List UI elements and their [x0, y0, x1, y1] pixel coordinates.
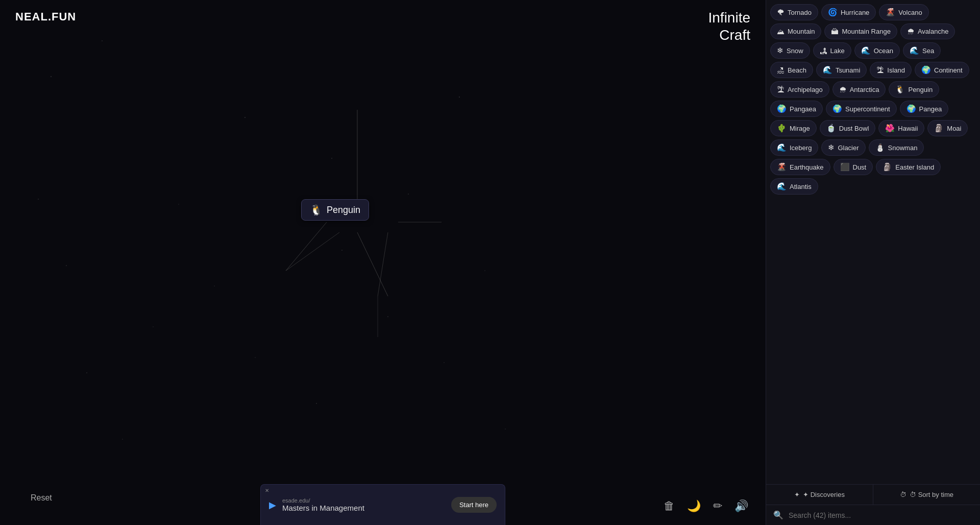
chip-emoji: 🌋	[886, 8, 895, 17]
chip-emoji: 🌍	[777, 104, 787, 113]
chip-emoji: ⬛	[840, 162, 850, 172]
chip-label: Earthquake	[790, 163, 824, 171]
search-input[interactable]	[789, 511, 973, 519]
chip-label: Iceberg	[790, 144, 812, 152]
item-chip[interactable]: 🌨Avalanche	[900, 23, 955, 39]
chip-label: Archipelago	[788, 86, 823, 93]
chip-emoji: 🌨	[839, 85, 847, 94]
discoveries-label: ✦ Discoveries	[803, 491, 845, 498]
item-chip[interactable]: 🌊Iceberg	[770, 139, 818, 156]
chip-label: Lake	[830, 47, 845, 55]
item-chip[interactable]: ❄Snow	[770, 42, 810, 59]
volume-button[interactable]: 🔊	[732, 497, 750, 515]
chip-label: Continent	[934, 66, 963, 74]
chip-emoji: 🌊	[910, 46, 919, 55]
chip-emoji: 🌊	[777, 143, 787, 152]
item-chip[interactable]: 🌵Mirage	[770, 120, 817, 136]
item-chip[interactable]: ⬛Dust	[834, 159, 873, 175]
chip-emoji: ⛰	[777, 27, 785, 36]
chip-emoji: 🌍	[921, 65, 931, 75]
chip-label: Antarctica	[850, 86, 879, 93]
reset-button[interactable]: Reset	[31, 493, 52, 503]
sidebar-actions: ✦ ✦ Discoveries ⏱ ⏱ Sort by time	[766, 485, 980, 505]
chip-emoji: 🌍	[832, 104, 842, 113]
item-chip[interactable]: 🏝Archipelago	[770, 81, 829, 98]
svg-line-3	[357, 232, 388, 296]
discoveries-button[interactable]: ✦ ✦ Discoveries	[766, 485, 873, 505]
item-chip[interactable]: 🌺Hawaii	[878, 120, 924, 136]
item-chip[interactable]: 🏖Beach	[770, 62, 813, 78]
chip-label: Penguin	[908, 86, 933, 93]
item-chip[interactable]: ⛰Mountain	[770, 23, 821, 39]
svg-line-5	[286, 232, 339, 271]
search-bar: 🔍	[766, 505, 980, 525]
chip-emoji: 🌺	[885, 124, 895, 133]
item-chip[interactable]: 🏞Lake	[813, 42, 851, 59]
discoveries-icon: ✦	[794, 491, 800, 498]
item-chip[interactable]: 🌍Supercontinent	[826, 101, 896, 117]
chip-emoji: 🌪	[777, 8, 785, 17]
chip-label: Mountain Range	[842, 28, 890, 35]
chip-emoji: 🏝	[876, 66, 884, 75]
ad-close[interactable]: ✕	[265, 488, 269, 493]
item-chip[interactable]: ❄Glacier	[821, 139, 865, 156]
item-chip[interactable]: 🌀Hurricane	[821, 4, 876, 20]
chip-label: Glacier	[838, 144, 859, 152]
sort-button[interactable]: ⏱ ⏱ Sort by time	[873, 485, 980, 505]
chip-label: Beach	[788, 66, 806, 74]
search-icon: 🔍	[773, 510, 783, 520]
penguin-emoji: 🐧	[310, 204, 323, 216]
sidebar: 🌪Tornado🌀Hurricane🌋Volcano⛰Mountain🏔Moun…	[766, 0, 980, 525]
item-chip[interactable]: 🌨Antarctica	[832, 81, 886, 98]
game-title: Infinite Craft	[708, 9, 751, 43]
trash-button[interactable]: 🗑	[662, 497, 677, 515]
chip-label: Pangaea	[790, 105, 816, 113]
item-chip[interactable]: 🌍Continent	[915, 62, 969, 78]
ad-cta-button[interactable]: Start here	[451, 497, 497, 513]
chip-label: Atlantis	[790, 183, 812, 190]
chip-label: Pangea	[919, 105, 942, 113]
chip-label: Avalanche	[918, 28, 948, 35]
chip-emoji: 🌀	[828, 8, 838, 17]
connections-svg	[0, 0, 766, 525]
item-chip[interactable]: 🌍Pangaea	[770, 101, 823, 117]
item-chip[interactable]: 🌊Atlantis	[770, 178, 818, 195]
item-chip[interactable]: 🌋Earthquake	[770, 159, 830, 175]
item-chip[interactable]: ⛄Snowman	[869, 139, 924, 156]
penguin-element[interactable]: 🐧 Penguin	[301, 199, 369, 221]
canvas-area[interactable]: NEAL.FUN Infinite Craft 🐧 Penguin ✕ ▶ es…	[0, 0, 766, 525]
chip-label: Volcano	[898, 9, 922, 16]
item-chip[interactable]: 🍵Dust Bowl	[820, 120, 876, 136]
item-chip[interactable]: 🗿Easter Island	[876, 159, 941, 175]
chip-label: Snow	[787, 47, 803, 55]
item-chip[interactable]: 🌍Pangea	[900, 101, 949, 117]
moon-button[interactable]: 🌙	[685, 497, 703, 515]
chip-label: Sea	[922, 47, 934, 55]
chip-label: Island	[887, 66, 905, 74]
item-chip[interactable]: 🏔Mountain Range	[824, 23, 897, 39]
sort-icon: ⏱	[900, 491, 906, 498]
ad-source: esade.edu/	[282, 497, 445, 504]
item-chip[interactable]: 🏝Island	[870, 62, 912, 78]
chip-emoji: ⛄	[875, 143, 885, 152]
chip-emoji: 🌋	[777, 162, 787, 172]
item-chip[interactable]: 🗿Moai	[927, 120, 968, 136]
item-chip[interactable]: 🌊Tsunami	[816, 62, 867, 78]
item-chip[interactable]: 🌪Tornado	[770, 4, 818, 20]
chip-label: Dust Bowl	[839, 125, 869, 132]
chip-emoji: 🗿	[883, 162, 892, 172]
chip-emoji: 🌊	[861, 46, 871, 55]
bottom-toolbar: 🗑 🌙 ✏ 🔊	[662, 497, 750, 515]
chip-label: Supercontinent	[845, 105, 890, 113]
chip-emoji: ❄	[777, 46, 783, 55]
ad-text: esade.edu/ Masters in Management	[282, 497, 445, 512]
chip-label: Ocean	[874, 47, 893, 55]
item-chip[interactable]: 🌊Sea	[903, 42, 941, 59]
brush-button[interactable]: ✏	[711, 497, 724, 515]
item-chip[interactable]: 🌊Ocean	[854, 42, 900, 59]
item-chip[interactable]: 🌋Volcano	[879, 4, 928, 20]
chip-emoji: 🌨	[907, 27, 915, 36]
item-chip[interactable]: 🐧Penguin	[889, 81, 939, 98]
chip-emoji: 🌊	[777, 182, 787, 191]
ad-banner: ✕ ▶ esade.edu/ Masters in Management Sta…	[260, 484, 505, 525]
